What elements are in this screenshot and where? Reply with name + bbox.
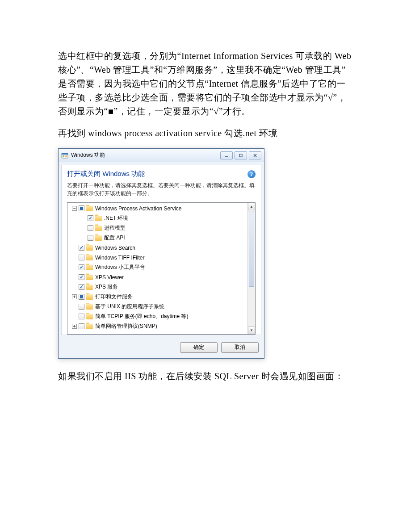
checkbox[interactable] — [79, 274, 84, 280]
scroll-up-button[interactable]: ▲ — [248, 203, 255, 210]
cancel-button[interactable]: 取消 — [221, 342, 259, 353]
checkbox[interactable] — [79, 264, 84, 270]
tree-row[interactable]: 进程模型 — [67, 223, 255, 233]
checkbox[interactable] — [88, 235, 93, 241]
expand-icon[interactable]: + — [72, 324, 77, 329]
paragraph-3: 如果我们不启用 IIS 功能，在后续安装 SQL Server 时会遇见如图画面… — [58, 369, 353, 383]
tree-item-label: Windows Search — [95, 245, 135, 251]
paragraph-1: 选中红框中的复选项，分别为“Internet Information Servi… — [58, 49, 353, 118]
tree-item-label: Windows 小工具平台 — [95, 264, 145, 271]
folder-icon — [95, 235, 102, 241]
folder-icon — [86, 285, 93, 290]
tree-row[interactable]: Windows Search — [67, 243, 255, 253]
tree-row[interactable]: .NET 环境 — [67, 214, 255, 223]
checkbox[interactable] — [79, 205, 84, 211]
svg-rect-3 — [65, 155, 67, 157]
tree-item-label: XPS 服务 — [95, 283, 118, 291]
folder-icon — [86, 275, 93, 280]
checkbox[interactable] — [88, 215, 93, 221]
tree-row[interactable]: XPS Viewer — [67, 272, 255, 282]
folder-icon — [95, 216, 102, 221]
expander-placeholder — [72, 314, 77, 319]
tree-row[interactable]: XPS 服务 — [67, 282, 255, 292]
checkbox[interactable] — [79, 323, 84, 329]
ok-button[interactable]: 确定 — [180, 342, 218, 353]
svg-rect-1 — [62, 153, 68, 155]
scroll-down-button[interactable]: ▼ — [248, 327, 255, 334]
app-icon — [61, 152, 68, 159]
folder-icon — [86, 304, 93, 310]
expander-placeholder — [81, 235, 86, 240]
folder-icon — [86, 265, 93, 270]
checkbox[interactable] — [79, 255, 84, 260]
expander-placeholder — [72, 265, 77, 270]
windows-features-dialog: Windows 功能 打开或关闭 Windows 功能 ? 若要打开一种功能，请… — [58, 148, 264, 359]
expander-placeholder — [72, 245, 77, 250]
folder-icon — [86, 245, 93, 251]
tree-item-label: 打印和文件服务 — [95, 293, 133, 301]
folder-icon — [86, 294, 93, 300]
tree-item-label: .NET 环境 — [104, 214, 128, 222]
checkbox[interactable] — [88, 225, 93, 231]
tree-item-label: Windows Process Activation Service — [95, 205, 181, 212]
tree-row[interactable]: Windows TIFF IFilter — [67, 253, 255, 263]
checkbox[interactable] — [79, 294, 84, 300]
tree-row[interactable]: +简单网络管理协议(SNMP) — [67, 322, 255, 331]
help-icon[interactable]: ? — [247, 170, 256, 178]
tree-row[interactable]: Windows 小工具平台 — [67, 263, 255, 272]
close-button[interactable] — [249, 151, 261, 159]
scroll-thumb[interactable] — [249, 211, 254, 287]
titlebar[interactable]: Windows 功能 — [59, 149, 264, 162]
expander-placeholder — [72, 304, 77, 309]
expander-placeholder — [72, 255, 77, 260]
tree-row[interactable]: 简单 TCPIP 服务(即 echo、daytime 等) — [67, 312, 255, 322]
folder-icon — [86, 314, 93, 319]
checkbox[interactable] — [79, 314, 84, 319]
tree-row[interactable]: −Windows Process Activation Service — [67, 204, 255, 214]
expander-placeholder — [72, 285, 77, 289]
svg-rect-2 — [63, 155, 64, 157]
checkbox[interactable] — [79, 245, 84, 251]
folder-icon — [86, 324, 93, 329]
expander-placeholder — [81, 216, 86, 221]
folder-icon — [86, 206, 93, 211]
paragraph-2: 再找到 windows process activation service 勾… — [58, 126, 353, 140]
scrollbar[interactable]: ▲ ▼ — [247, 203, 255, 334]
expander-placeholder — [72, 275, 77, 280]
expand-icon[interactable]: + — [72, 294, 77, 299]
tree-row[interactable]: +打印和文件服务 — [67, 292, 255, 302]
tree-item-label: 配置 API — [104, 234, 125, 242]
folder-icon — [95, 226, 102, 231]
tree-item-label: Windows TIFF IFilter — [95, 255, 144, 261]
collapse-icon[interactable]: − — [72, 206, 77, 211]
window-title: Windows 功能 — [71, 151, 220, 159]
tree-item-label: 简单网络管理协议(SNMP) — [95, 323, 157, 330]
maximize-button[interactable] — [235, 151, 247, 159]
dialog-description: 若要打开一种功能，请选择其复选框。若要关闭一种功能，请清除其复选框。填充的框表示… — [67, 182, 256, 198]
svg-rect-5 — [239, 154, 242, 157]
minimize-button[interactable] — [220, 151, 233, 159]
tree-item-label: 简单 TCPIP 服务(即 echo、daytime 等) — [95, 313, 189, 320]
folder-icon — [86, 255, 93, 260]
checkbox[interactable] — [79, 284, 84, 290]
tree-row[interactable]: 配置 API — [67, 233, 255, 243]
checkbox[interactable] — [79, 304, 84, 310]
tree-item-label: 进程模型 — [104, 224, 126, 232]
expander-placeholder — [81, 226, 86, 230]
features-tree: −Windows Process Activation Service.NET … — [67, 202, 256, 335]
tree-row[interactable]: 基于 UNIX 的应用程序子系统 — [67, 302, 255, 312]
dialog-heading: 打开或关闭 Windows 功能 — [67, 170, 145, 178]
tree-item-label: XPS Viewer — [95, 274, 124, 281]
tree-item-label: 基于 UNIX 的应用程序子系统 — [95, 303, 164, 310]
